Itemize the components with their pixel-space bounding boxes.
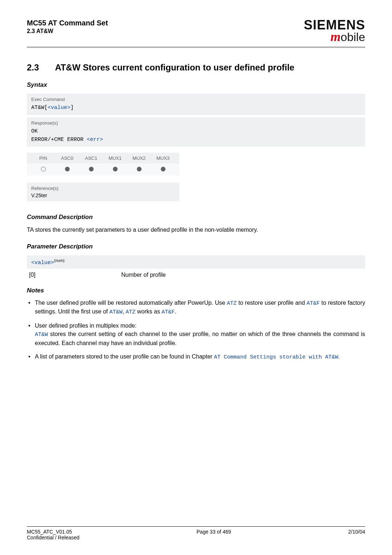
response-lines: OK ERROR/+CME ERROR <err>: [31, 127, 361, 144]
resp-error: ERROR/+CME ERROR <err>: [31, 135, 361, 144]
syntax-heading: Syntax: [27, 81, 365, 89]
footer-confidential: Confidential / Released: [27, 535, 79, 540]
response-label: Response(s): [31, 120, 361, 126]
brand-mobile: mobile: [304, 31, 365, 43]
err-link[interactable]: <err>: [87, 137, 103, 143]
resp-ok: OK: [31, 127, 361, 135]
col-mux3: MUX3: [151, 155, 175, 161]
footer-version: MC55_ATC_V01.05: [27, 529, 79, 535]
cmd-desc-text: TA stores the currently set parameters t…: [27, 226, 365, 234]
mux2-dot-icon: [127, 167, 151, 173]
support-header-row: PIN ASC0 ASC1 MUX1 MUX2 MUX3: [27, 153, 179, 164]
param-box: <value>(num): [27, 255, 365, 269]
reference-label: Reference(s): [31, 186, 175, 191]
mux3-dot-icon: [151, 167, 175, 173]
header-divider: [27, 46, 365, 48]
support-data-row: [27, 164, 179, 175]
param-desc-heading: Parameter Description: [27, 243, 365, 250]
section-heading: 2.3 AT&W Stores current configuration to…: [27, 62, 365, 73]
brand-m-icon: m: [330, 29, 340, 44]
exec-prefix: AT&W: [31, 105, 44, 111]
section-number: 2.3: [27, 62, 39, 73]
link-atw-2[interactable]: AT&W: [35, 332, 48, 338]
param-val: Number of profile: [121, 272, 166, 278]
page-header: MC55 AT Command Set 2.3 AT&W SIEMENS mob…: [27, 19, 365, 43]
link-storable-settings[interactable]: AT Command Settings storable with AT&W: [214, 354, 338, 360]
exec-value-link[interactable]: <value>: [48, 105, 70, 111]
cmd-desc-heading: Command Description: [27, 214, 365, 221]
brand-logo: SIEMENS mobile: [304, 19, 365, 43]
brand-obile: obile: [340, 31, 365, 44]
link-atf-2[interactable]: AT&F: [162, 309, 175, 315]
footer-date: 2/10/04: [348, 529, 365, 540]
response-box: Response(s) OK ERROR/+CME ERROR <err>: [27, 117, 365, 147]
header-left: MC55 AT Command Set 2.3 AT&W: [27, 19, 108, 35]
note-1: The user defined profile will be restore…: [35, 299, 365, 317]
col-mux1: MUX1: [103, 155, 127, 161]
param-row: [0] Number of profile: [27, 272, 365, 278]
col-asc0: ASC0: [55, 155, 79, 161]
col-pin: PIN: [31, 155, 55, 161]
note-3: A list of parameters stored to the user …: [35, 352, 365, 361]
col-asc1: ASC1: [79, 155, 103, 161]
pin-open-icon: [31, 167, 55, 173]
doc-title: MC55 AT Command Set: [27, 19, 108, 27]
exec-label: Exec Command: [31, 97, 361, 102]
link-atz[interactable]: ATZ: [227, 300, 237, 307]
param-name-link[interactable]: <value>: [31, 260, 54, 266]
reference-box: Reference(s) V.25ter: [27, 183, 179, 201]
notes-list: The user defined profile will be restore…: [27, 299, 365, 366]
footer-divider: [27, 526, 365, 527]
link-atf[interactable]: AT&F: [307, 300, 320, 307]
notes-heading: Notes: [27, 287, 365, 294]
asc0-dot-icon: [55, 167, 79, 173]
exec-command: AT&W[<value>]: [31, 104, 361, 112]
col-mux2: MUX2: [127, 155, 151, 161]
mux1-dot-icon: [103, 167, 127, 173]
link-atz-2[interactable]: ATZ: [126, 309, 135, 315]
section-title: AT&W Stores current configuration to use…: [55, 62, 294, 73]
footer-page: Page 33 of 469: [197, 529, 231, 540]
link-atw[interactable]: AT&W: [109, 309, 122, 315]
note-2: User defined profiles in multiplex mode:…: [35, 321, 365, 347]
param-key: [0]: [27, 272, 121, 278]
page-footer: MC55_ATC_V01.05 Confidential / Released …: [27, 529, 365, 540]
support-table: PIN ASC0 ASC1 MUX1 MUX2 MUX3: [27, 153, 179, 175]
footer-left: MC55_ATC_V01.05 Confidential / Released: [27, 529, 79, 540]
reference-value: V.25ter: [31, 193, 175, 198]
asc1-dot-icon: [79, 167, 103, 173]
exec-command-box: Exec Command AT&W[<value>]: [27, 94, 365, 115]
section-ref: 2.3 AT&W: [27, 28, 108, 35]
param-type: (num): [54, 258, 65, 263]
